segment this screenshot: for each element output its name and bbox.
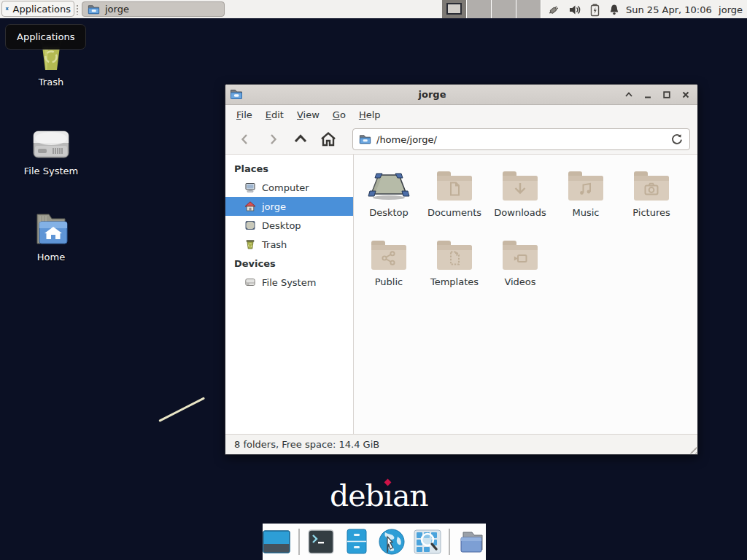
dock-separator (449, 529, 450, 555)
folder-icon (359, 133, 371, 145)
file-item-videos[interactable]: Videos (488, 236, 552, 305)
terminal-icon (308, 529, 334, 554)
pictures-folder-icon (634, 171, 669, 201)
battery-icon[interactable] (589, 3, 601, 17)
file-item-downloads[interactable]: Downloads (488, 166, 552, 236)
web-browser-icon (378, 528, 406, 556)
file-item-pictures[interactable]: Pictures (619, 166, 684, 236)
workspace-1[interactable] (442, 0, 466, 18)
file-label: Documents (427, 207, 481, 218)
places-header: Places (225, 159, 353, 178)
panel-separator-handle[interactable] (76, 4, 79, 15)
taskbar-window-button[interactable]: jorge (82, 1, 225, 17)
workspace-4[interactable] (516, 0, 541, 18)
file-label: Downloads (494, 207, 546, 218)
forward-button[interactable] (260, 128, 285, 150)
file-item-templates[interactable]: Templates (422, 236, 487, 305)
debian-logo-text: deb (330, 478, 384, 513)
maximize-icon (662, 90, 672, 100)
system-tray (547, 1, 621, 18)
workspace-2[interactable] (467, 0, 491, 18)
dock-terminal-button[interactable] (307, 526, 336, 557)
desktop-icon-label: Trash (39, 77, 63, 88)
file-item-documents[interactable]: Documents (422, 166, 487, 236)
cursor-trail-artifact (158, 397, 205, 421)
desktop-icon-home[interactable]: Home (9, 209, 93, 262)
file-label: Desktop (369, 207, 409, 218)
home-folder-icon (33, 209, 69, 248)
desktop-icon (244, 219, 256, 231)
menu-help[interactable]: Help (352, 106, 387, 123)
videos-folder-icon (503, 241, 538, 270)
location-bar[interactable]: /home/jorge/ (352, 128, 690, 150)
volume-icon[interactable] (568, 3, 582, 17)
chevron-up-icon (624, 90, 634, 100)
window-folder-icon (230, 88, 243, 101)
file-item-desktop[interactable]: Desktop (357, 166, 421, 236)
file-item-music[interactable]: Music (554, 166, 618, 236)
dock-web-browser-button[interactable] (378, 526, 406, 557)
home-icon (320, 131, 337, 147)
reload-icon[interactable] (670, 133, 684, 146)
up-button[interactable] (288, 128, 313, 150)
templates-folder-icon (437, 241, 472, 270)
file-label: Templates (430, 276, 479, 287)
dock-file-cabinet-button[interactable] (342, 526, 371, 557)
file-item-public[interactable]: Public (357, 236, 421, 305)
sidebar-item-label: File System (262, 277, 316, 288)
hard-drive-icon (244, 276, 256, 288)
dock-show-desktop-button[interactable] (263, 526, 291, 557)
workspace-3[interactable] (492, 0, 516, 18)
panel-username: jorge (719, 0, 743, 19)
close-icon (681, 90, 691, 100)
workspace-window-preview (446, 3, 462, 15)
sidebar-item-file-system[interactable]: File System (225, 273, 353, 292)
network-icon[interactable] (547, 2, 562, 17)
chevron-up-icon (293, 132, 309, 147)
sidebar: Places Computer (225, 155, 354, 434)
file-cabinet-icon (346, 529, 368, 555)
xfce-logo-icon (5, 2, 9, 15)
trash-icon (244, 238, 256, 250)
folder-icon (88, 4, 100, 15)
downloads-folder-icon (503, 171, 538, 201)
file-label: Pictures (632, 207, 670, 218)
notifications-bell-icon[interactable] (608, 3, 621, 17)
sidebar-item-label: Computer (262, 182, 309, 193)
back-button[interactable] (233, 128, 258, 150)
window-titlebar[interactable]: jorge (225, 85, 697, 105)
sidebar-item-desktop[interactable]: Desktop (225, 216, 353, 235)
menu-edit[interactable]: Edit (259, 106, 290, 123)
file-manager-icon (458, 529, 486, 554)
applications-menu-button[interactable]: Applications (1, 1, 74, 17)
desktop-icon-label: File System (24, 166, 78, 176)
desktop: Applications jorge (0, 0, 747, 560)
menu-go[interactable]: Go (326, 106, 352, 123)
dock-file-manager-button[interactable] (457, 526, 486, 557)
file-label: Music (573, 207, 600, 218)
resize-grip[interactable] (687, 444, 697, 454)
dock-app-finder-button[interactable] (414, 526, 442, 557)
home-button[interactable] (316, 128, 341, 150)
window-title: jorge (247, 89, 617, 100)
shade-button[interactable] (622, 88, 636, 102)
file-label: Public (375, 276, 403, 287)
file-list: Desktop Documents Downloads (354, 155, 697, 434)
panel-clock[interactable]: Sun 25 Apr, 10:06 (626, 0, 712, 19)
chevron-right-icon (266, 132, 280, 147)
menu-view[interactable]: View (290, 106, 326, 123)
sidebar-item-jorge[interactable]: jorge (225, 197, 353, 216)
chevron-left-icon (238, 132, 252, 147)
menu-file[interactable]: File (230, 106, 259, 123)
sidebar-item-trash[interactable]: Trash (225, 235, 353, 254)
taskbar-window-label: jorge (105, 4, 129, 15)
sidebar-item-computer[interactable]: Computer (225, 178, 353, 197)
maximize-button[interactable] (659, 88, 674, 102)
home-icon (244, 201, 256, 212)
path-input[interactable]: /home/jorge/ (376, 134, 665, 145)
close-button[interactable] (678, 88, 693, 102)
applications-tooltip: Applications (5, 24, 86, 50)
desktop-icon-file-system[interactable]: File System (9, 122, 93, 176)
minimize-button[interactable] (640, 88, 655, 102)
top-panel: Applications jorge (0, 0, 747, 19)
